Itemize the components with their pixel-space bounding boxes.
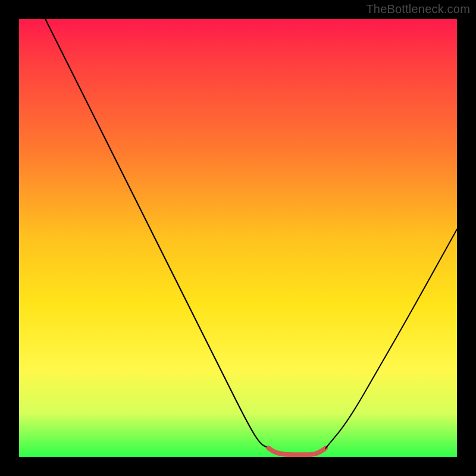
chart-frame: TheBottleneck.com bbox=[0, 0, 476, 476]
watermark-text: TheBottleneck.com bbox=[366, 2, 470, 16]
series-valley-highlight bbox=[269, 448, 326, 455]
series-left-curve bbox=[45, 19, 268, 448]
curve-layer bbox=[19, 19, 457, 457]
plot-area bbox=[19, 19, 457, 457]
series-right-curve bbox=[325, 229, 457, 448]
